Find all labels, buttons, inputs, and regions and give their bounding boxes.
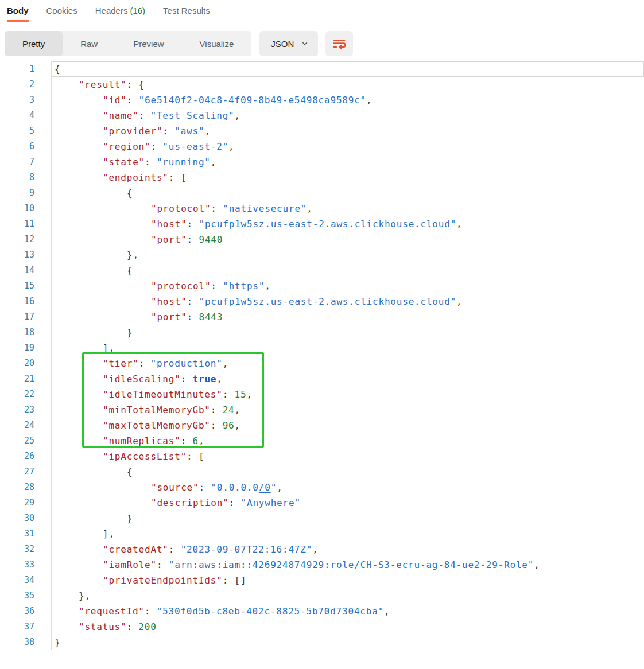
code-line[interactable]: 37"status": 200 bbox=[0, 619, 644, 635]
code-line[interactable]: 30} bbox=[0, 511, 644, 526]
indent-guide bbox=[79, 356, 103, 371]
code-line[interactable]: 6"region": "us-east-2", bbox=[0, 139, 644, 154]
indent-spacer bbox=[55, 464, 79, 480]
code-line[interactable]: 20"tier": "production", bbox=[0, 356, 644, 371]
code-line[interactable]: 33"iamRole": "arn:aws:iam::426924874929:… bbox=[0, 557, 644, 573]
code-line[interactable]: 31], bbox=[0, 526, 644, 542]
code-line[interactable]: 5"provider": "aws", bbox=[0, 123, 644, 139]
json-key: "minTotalMemoryGb" bbox=[103, 404, 211, 415]
code-line[interactable]: 10"protocol": "nativesecure", bbox=[0, 201, 644, 216]
code-line[interactable]: 16"host": "pcufp1w5sz.us-east-2.aws.clic… bbox=[0, 294, 644, 309]
code-line[interactable]: 26"ipAccessList": [ bbox=[0, 449, 644, 464]
indent-spacer bbox=[55, 480, 79, 495]
code-content: } bbox=[52, 511, 644, 526]
json-number: 96 bbox=[223, 420, 235, 431]
indent-spacer bbox=[55, 526, 79, 542]
json-number: 24 bbox=[223, 404, 235, 415]
code-line[interactable]: 23"minTotalMemoryGb": 24, bbox=[0, 402, 644, 418]
json-punctuation: } bbox=[127, 513, 133, 524]
code-line[interactable]: 9{ bbox=[0, 185, 644, 201]
code-content: "maxTotalMemoryGb": 96, bbox=[52, 418, 644, 433]
json-punctuation: , bbox=[456, 219, 462, 230]
view-pretty[interactable]: Pretty bbox=[5, 31, 63, 56]
code-line[interactable]: 34"privateEndpointIds": [] bbox=[0, 573, 644, 588]
json-string: "production" bbox=[150, 358, 222, 369]
code-line[interactable]: 4"name": "Test Scaling", bbox=[0, 108, 644, 123]
view-raw[interactable]: Raw bbox=[63, 31, 115, 56]
indent-guide bbox=[127, 216, 151, 232]
code-line[interactable]: 19], bbox=[0, 340, 644, 356]
indent-guide bbox=[79, 325, 103, 340]
code-line[interactable]: 32"createdAt": "2023-09-07T22:16:47Z", bbox=[0, 542, 644, 557]
json-punctuation: , bbox=[277, 482, 282, 493]
indent-guide bbox=[103, 278, 127, 294]
json-key: "protocol" bbox=[151, 203, 211, 214]
code-line[interactable]: 36"requestId": "530f0d5b-c8eb-402c-8825-… bbox=[0, 604, 644, 619]
wrap-lines-button[interactable] bbox=[325, 31, 353, 56]
indent-guide bbox=[103, 464, 127, 480]
code-line[interactable]: 25"numReplicas": 6, bbox=[0, 433, 644, 449]
code-line[interactable]: 18} bbox=[0, 325, 644, 340]
json-punctuation: : bbox=[187, 296, 199, 307]
code-line[interactable]: 12"port": 9440 bbox=[0, 232, 644, 247]
indent-spacer bbox=[55, 619, 79, 635]
json-punctuation: { bbox=[55, 64, 60, 75]
indent-guide bbox=[103, 247, 127, 263]
json-link: /0 bbox=[259, 482, 271, 493]
indent-spacer bbox=[55, 371, 79, 387]
line-number: 22 bbox=[0, 387, 52, 402]
json-string: "arn:aws:iam::426924874929:role bbox=[169, 559, 354, 570]
line-number: 3 bbox=[0, 92, 52, 108]
code-line[interactable]: 14{ bbox=[0, 263, 644, 278]
code-line[interactable]: 17"port": 8443 bbox=[0, 309, 644, 325]
code-line[interactable]: 29"description": "Anywhere" bbox=[0, 495, 644, 511]
view-visualize[interactable]: Visualize bbox=[182, 31, 252, 56]
json-punctuation: : bbox=[187, 312, 199, 322]
indent-guide bbox=[103, 511, 127, 526]
json-key: "status" bbox=[79, 621, 126, 632]
tab-test-results[interactable]: Test Results bbox=[163, 6, 210, 22]
line-number: 15 bbox=[0, 278, 52, 294]
line-number: 30 bbox=[0, 511, 52, 526]
json-punctuation: { bbox=[127, 466, 133, 477]
code-line[interactable]: 8"endpoints": [ bbox=[0, 170, 644, 185]
code-line[interactable]: 1{ bbox=[0, 61, 644, 77]
view-preview[interactable]: Preview bbox=[115, 31, 181, 56]
code-line[interactable]: 24"maxTotalMemoryGb": 96, bbox=[0, 418, 644, 433]
json-punctuation: , bbox=[235, 110, 240, 121]
code-content: "region": "us-east-2", bbox=[52, 139, 644, 154]
code-line[interactable]: 21"idleScaling": true, bbox=[0, 371, 644, 387]
tab-body[interactable]: Body bbox=[7, 6, 29, 22]
code-content: "minTotalMemoryGb": 24, bbox=[52, 402, 644, 418]
tab-headers[interactable]: Headers(16) bbox=[95, 6, 145, 22]
code-line[interactable]: 28"source": "0.0.0.0/0", bbox=[0, 480, 644, 495]
code-line[interactable]: 2"result": { bbox=[0, 77, 644, 92]
response-body-editor[interactable]: 1{2"result": {3"id": "6e5140f2-04c8-4f09… bbox=[0, 61, 644, 650]
code-line[interactable]: 7"state": "running", bbox=[0, 154, 644, 170]
indent-guide bbox=[79, 232, 103, 247]
view-switcher: PrettyRawPreviewVisualize bbox=[5, 31, 251, 56]
code-content: "tier": "production", bbox=[52, 356, 644, 371]
json-punctuation: : bbox=[223, 389, 235, 400]
language-dropdown[interactable]: JSON bbox=[259, 31, 318, 56]
json-key: "maxTotalMemoryGb" bbox=[103, 420, 211, 431]
json-punctuation: { bbox=[127, 265, 133, 276]
code-line[interactable]: 27{ bbox=[0, 464, 644, 480]
code-line[interactable]: 35}, bbox=[0, 588, 644, 604]
code-line[interactable]: 38} bbox=[0, 635, 644, 650]
code-line[interactable]: 22"idleTimeoutMinutes": 15, bbox=[0, 387, 644, 402]
code-line[interactable]: 11"host": "pcufp1w5sz.us-east-2.aws.clic… bbox=[0, 216, 644, 232]
indent-guide bbox=[79, 387, 103, 402]
json-string: "2023-09-07T22:16:47Z" bbox=[181, 544, 313, 555]
code-line[interactable]: 15"protocol": "https", bbox=[0, 278, 644, 294]
indent-guide bbox=[127, 495, 151, 511]
json-string: "pcufp1w5sz.us-east-2.aws.clickhouse.clo… bbox=[199, 219, 456, 230]
code-line[interactable]: 13}, bbox=[0, 247, 644, 263]
code-line[interactable]: 3"id": "6e5140f2-04c8-4f09-8b49-e5498ca9… bbox=[0, 92, 644, 108]
code-content: "createdAt": "2023-09-07T22:16:47Z", bbox=[52, 542, 644, 557]
code-content: } bbox=[52, 325, 644, 340]
line-number: 5 bbox=[0, 123, 52, 139]
json-punctuation: : bbox=[211, 203, 223, 214]
line-number: 18 bbox=[0, 325, 52, 340]
tab-cookies[interactable]: Cookies bbox=[46, 6, 77, 22]
